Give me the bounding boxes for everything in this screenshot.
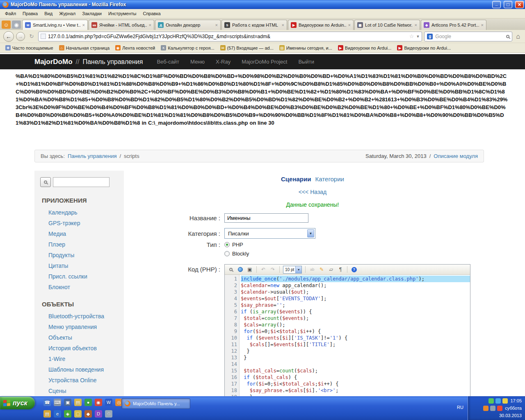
sidebar-item[interactable]: Продукты xyxy=(34,250,124,260)
menu-item[interactable]: Правка xyxy=(19,10,41,17)
quick-launch-icon[interactable]: ▤ xyxy=(74,399,82,406)
bookmark-star-icon[interactable]: ☆ xyxy=(409,33,414,39)
quick-launch-icon[interactable]: ▣ xyxy=(64,399,71,406)
sidebar-item[interactable]: GPS-трэкер xyxy=(34,218,124,228)
home-icon[interactable]: ⌂ xyxy=(514,33,522,40)
categories-link[interactable]: Категории xyxy=(315,176,344,183)
menu-item[interactable]: Инструменты xyxy=(105,10,140,17)
menu-item[interactable]: Вид xyxy=(41,10,56,17)
sidebar-item[interactable]: История объектов xyxy=(34,343,124,354)
sidebar-search-button[interactable] xyxy=(40,177,51,187)
taskbar-window-button[interactable]: MajorDoMo Панель у... xyxy=(121,398,190,409)
undo-icon[interactable]: ↶ xyxy=(259,266,267,274)
tab-close-icon[interactable]: × xyxy=(149,23,151,27)
maximize-button[interactable] xyxy=(504,1,512,8)
address-bar[interactable]: ☆ ▼ xyxy=(38,32,422,41)
start-button[interactable]: пуск xyxy=(0,397,35,409)
browser-tab[interactable]: SРабота с кодом HTML× xyxy=(221,20,287,30)
session-icon[interactable]: ◉ xyxy=(12,21,21,29)
word-wrap-icon[interactable]: ¶ xyxy=(336,266,345,274)
help-icon[interactable]: ? xyxy=(350,266,358,274)
tray-icon[interactable] xyxy=(495,398,501,404)
browser-tab[interactable]: каЯчейки - HTML объед...× xyxy=(89,20,154,30)
smooth-selection-icon[interactable]: ab xyxy=(308,266,316,274)
sidebar-search-input[interactable] xyxy=(53,177,110,187)
radio-blockly[interactable] xyxy=(224,251,230,256)
site-nav-link[interactable]: X-Ray xyxy=(216,59,231,65)
module-description-link[interactable]: Описание модуля xyxy=(434,153,478,159)
reload-icon[interactable]: ↻ xyxy=(27,32,36,41)
smiley-icon[interactable]: ☺ xyxy=(2,21,11,29)
quick-launch-icon[interactable]: D xyxy=(95,410,102,418)
tray-icon[interactable] xyxy=(497,406,502,411)
breadcrumb-link-panel[interactable]: Панель управления xyxy=(68,153,116,159)
quick-launch-icon[interactable]: e xyxy=(54,410,61,418)
quick-launch-icon[interactable]: ◉ xyxy=(95,399,102,406)
editor-search-icon[interactable] xyxy=(227,266,235,274)
brand-logo[interactable]: MajorDoMo xyxy=(34,58,73,66)
quick-launch-icon[interactable]: ◈ xyxy=(64,410,71,418)
highlight-icon[interactable]: ✎ xyxy=(317,266,326,274)
search-box[interactable]: g xyxy=(424,32,512,41)
editor-fullscreen-icon[interactable]: ▣ xyxy=(246,266,254,274)
quick-launch-icon[interactable]: ◆ xyxy=(84,410,92,418)
search-icon[interactable] xyxy=(506,35,509,38)
language-indicator[interactable]: RU xyxy=(457,405,463,410)
site-nav-link[interactable]: Меню xyxy=(190,59,205,65)
tray-icon[interactable] xyxy=(502,398,508,404)
quick-launch-icon[interactable]: W xyxy=(105,399,112,406)
bookmark-item[interactable]: ◉Лента новостей xyxy=(112,44,158,51)
category-select[interactable]: Писалки ▼ xyxy=(224,228,315,239)
sidebar-item[interactable]: Шаблоны поведения xyxy=(34,364,124,375)
bookmark-item[interactable]: ▶Видеоуроки по Ardui... xyxy=(335,44,395,51)
tray-icon[interactable] xyxy=(490,406,495,411)
reset-highlight-icon[interactable]: ▱ xyxy=(327,266,335,274)
quick-launch-icon[interactable]: ▤ xyxy=(43,410,51,418)
sidebar-item[interactable]: Плэер xyxy=(34,239,124,250)
tab-close-icon[interactable]: × xyxy=(82,23,85,27)
bookmark-item[interactable]: ✉(57) Входящие — ad... xyxy=(217,44,276,51)
sidebar-item[interactable]: Устройства Online xyxy=(34,375,124,386)
select-dropdown-icon[interactable]: ▼ xyxy=(307,229,314,237)
quick-launch-icon[interactable]: ☎ xyxy=(43,399,51,406)
browser-tab[interactable]: ДОнлайн декодер× xyxy=(155,20,221,30)
site-nav-link[interactable]: Веб-сайт xyxy=(157,59,179,65)
menu-item[interactable]: Справка xyxy=(139,10,164,17)
font-size-dropdown-icon[interactable]: ▼ xyxy=(295,266,301,273)
tab-close-icon[interactable]: × xyxy=(215,23,218,27)
redo-icon[interactable]: ↷ xyxy=(269,266,277,274)
browser-tab[interactable]: MSmartLiving.ru • View t...× xyxy=(22,20,88,30)
tab-close-icon[interactable]: × xyxy=(282,23,284,27)
sidebar-item[interactable]: Медиа xyxy=(34,228,124,239)
url-dropdown-icon[interactable]: ▼ xyxy=(416,34,420,39)
quick-launch-icon[interactable]: ● xyxy=(84,399,92,406)
close-button[interactable] xyxy=(515,1,524,8)
tray-icon[interactable] xyxy=(488,398,494,404)
tab-close-icon[interactable]: × xyxy=(481,23,484,27)
minimize-button[interactable] xyxy=(492,1,501,8)
url-input[interactable] xyxy=(48,34,407,39)
browser-tab[interactable]: ▶Видеоуроки по Arduin...× xyxy=(288,20,354,30)
sidebar-item[interactable]: Bluetooth-устройства xyxy=(34,311,124,322)
menu-item[interactable]: Журнал xyxy=(56,10,79,17)
sidebar-item[interactable]: Объекты xyxy=(34,332,124,343)
font-size-select[interactable]: 10 pt ▼ xyxy=(283,266,302,274)
name-field[interactable] xyxy=(224,213,308,223)
browser-tab[interactable]: ◆ArtIcons Pro 5.42 Port...× xyxy=(421,20,486,30)
tray-icon[interactable] xyxy=(483,406,488,411)
bookmark-item[interactable]: ⌂Начальная страница xyxy=(56,44,112,51)
quick-launch-icon[interactable]: ▢ xyxy=(74,410,82,418)
bookmark-item[interactable]: ❖Часто посещаемые xyxy=(2,44,56,51)
menu-item[interactable]: Закладки xyxy=(79,10,105,17)
sidebar-item[interactable]: Календарь xyxy=(34,207,124,218)
forward-button[interactable]: → xyxy=(16,32,25,41)
site-nav-link[interactable]: Выйти xyxy=(298,59,314,65)
editor-body[interactable]: 12345678910111213141516171819 include_on… xyxy=(225,275,470,396)
code-area[interactable]: include_once('./modules/app_calendar/app… xyxy=(240,275,470,396)
sidebar-item[interactable]: Меню управления xyxy=(34,322,124,332)
editor-goto-line-icon[interactable] xyxy=(236,266,244,274)
back-button[interactable]: ← xyxy=(3,31,14,42)
back-link[interactable]: <<< Назад xyxy=(124,189,501,195)
menu-item[interactable]: Файл xyxy=(2,10,19,17)
sidebar-item[interactable]: Присл. ссылки xyxy=(34,271,124,282)
